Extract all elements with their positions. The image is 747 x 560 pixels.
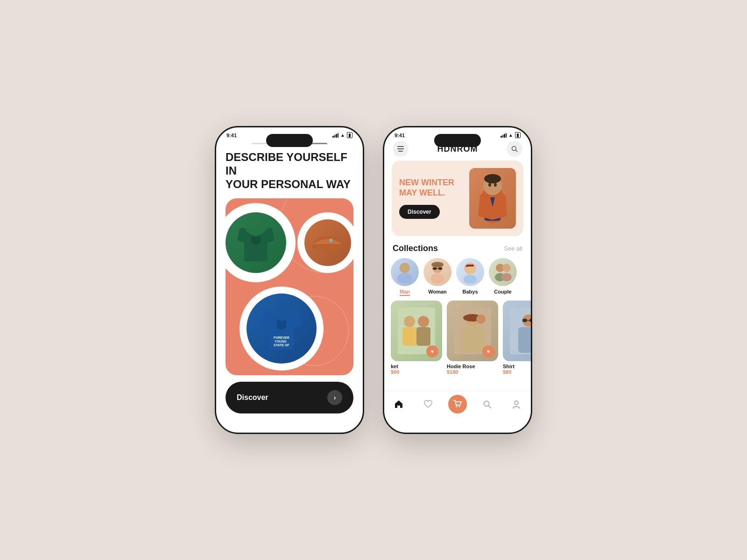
product-image-2: ♥ bbox=[447, 301, 498, 361]
discover-button-1[interactable]: Discover › bbox=[226, 382, 353, 413]
product-price-2: $180 bbox=[447, 369, 498, 375]
svg-point-1 bbox=[329, 238, 333, 242]
svg-point-28 bbox=[501, 273, 512, 281]
collections-title: Collections bbox=[393, 244, 438, 253]
product-price-3: $80 bbox=[503, 369, 531, 375]
collection-babys[interactable]: Babys bbox=[456, 258, 484, 296]
svg-text:FOREVER: FOREVER bbox=[274, 336, 289, 339]
svg-rect-19 bbox=[438, 267, 442, 270]
collection-man[interactable]: Man bbox=[391, 258, 419, 296]
banner-text: NEW WINTER MAY WELL. Discover bbox=[399, 178, 469, 218]
battery-icon-2: ▮ bbox=[515, 132, 521, 138]
menu-line-2 bbox=[397, 148, 404, 149]
product-price-1: $00 bbox=[391, 369, 442, 375]
svg-point-14 bbox=[397, 273, 412, 283]
items-collage: FOREVER YOUNG STATE OF bbox=[226, 198, 353, 375]
heart-badge-2[interactable]: ♥ bbox=[482, 345, 494, 357]
dynamic-island-2 bbox=[434, 134, 481, 147]
product-card-3[interactable]: Shirt $80 bbox=[503, 301, 531, 391]
header-search-button[interactable] bbox=[507, 141, 522, 157]
product3-svg bbox=[510, 308, 531, 354]
cap-bubble bbox=[297, 212, 353, 273]
cart-icon bbox=[453, 399, 462, 409]
nav-favorites[interactable] bbox=[419, 395, 437, 413]
phone-1: 9:41 ▲ ▮ DESCRIBE YOUR bbox=[215, 126, 364, 434]
svg-point-17 bbox=[431, 262, 444, 267]
product-card-2[interactable]: ♥ Hodie Rose $180 bbox=[447, 301, 498, 391]
nav-home[interactable] bbox=[389, 395, 408, 413]
wifi-icon: ▲ bbox=[340, 133, 345, 138]
nav-profile[interactable] bbox=[507, 395, 526, 413]
time-2: 9:41 bbox=[395, 133, 405, 138]
svg-point-13 bbox=[400, 263, 410, 273]
couple-avatar-svg bbox=[493, 261, 513, 283]
status-icons-2: ▲ ▮ bbox=[500, 132, 521, 138]
svg-point-21 bbox=[464, 262, 476, 274]
cap-inner bbox=[304, 219, 351, 266]
svg-point-11 bbox=[488, 183, 491, 187]
svg-line-48 bbox=[488, 406, 491, 408]
discover-arrow-icon: › bbox=[327, 390, 342, 405]
search-svg bbox=[511, 146, 518, 152]
heart-badge-1[interactable]: ♥ bbox=[426, 345, 438, 357]
svg-rect-41 bbox=[522, 319, 527, 322]
product-name-1: ket bbox=[391, 364, 442, 369]
dynamic-island-1 bbox=[266, 134, 313, 147]
product-name-2: Hodie Rose bbox=[447, 364, 498, 369]
collection-man-avatar bbox=[391, 258, 419, 286]
svg-text:YOUNG: YOUNG bbox=[275, 340, 287, 343]
menu-line-3 bbox=[398, 151, 403, 152]
signal-icon-2 bbox=[500, 133, 507, 138]
baby-avatar-svg bbox=[460, 261, 480, 283]
banner-image bbox=[469, 168, 516, 229]
svg-point-24 bbox=[464, 275, 477, 283]
svg-rect-37 bbox=[461, 326, 484, 352]
see-all-button[interactable]: See all bbox=[504, 245, 522, 252]
cap-svg bbox=[311, 230, 344, 256]
phone1-content: DESCRIBE YOURSELF IN YOUR PERSONAL WAY bbox=[216, 138, 363, 420]
svg-point-10 bbox=[484, 174, 501, 183]
svg-line-6 bbox=[516, 150, 518, 152]
banner-discover-button[interactable]: Discover bbox=[399, 205, 440, 219]
promo-banner: NEW WINTER MAY WELL. Discover bbox=[392, 161, 523, 236]
svg-point-46 bbox=[458, 406, 460, 407]
signal-icon bbox=[332, 133, 338, 138]
product-card-1[interactable]: ♥ ket $00 bbox=[391, 301, 442, 391]
svg-point-27 bbox=[502, 264, 511, 272]
svg-point-31 bbox=[418, 316, 429, 327]
phone2-content: HDNROM NEW WINTER MAY WELL. Discover bbox=[384, 138, 531, 420]
svg-point-45 bbox=[456, 406, 457, 407]
phone1-headline: DESCRIBE YOURSELF IN YOUR PERSONAL WAY bbox=[226, 151, 353, 191]
svg-point-16 bbox=[431, 273, 444, 283]
svg-point-49 bbox=[514, 401, 518, 405]
collection-couple[interactable]: Couple bbox=[489, 258, 517, 296]
collection-couple-avatar bbox=[489, 258, 517, 286]
nav-cart[interactable] bbox=[448, 395, 467, 413]
collection-man-label: Man bbox=[400, 289, 410, 296]
profile-icon bbox=[512, 399, 521, 409]
bottom-nav bbox=[384, 391, 531, 420]
collections-header: Collections See all bbox=[384, 242, 531, 258]
svg-point-47 bbox=[484, 401, 489, 406]
blue-hoodie-svg: FOREVER YOUNG STATE OF bbox=[261, 305, 303, 352]
svg-point-12 bbox=[494, 183, 497, 187]
hoodie-svg bbox=[237, 222, 275, 264]
phones-container: 9:41 ▲ ▮ DESCRIBE YOUR bbox=[215, 126, 532, 434]
svg-rect-33 bbox=[416, 327, 430, 346]
menu-button[interactable] bbox=[393, 141, 409, 157]
battery-icon: ▮ bbox=[347, 132, 352, 138]
collection-woman[interactable]: Woman bbox=[423, 258, 451, 296]
green-hoodie-inner bbox=[226, 212, 286, 273]
products-row: ♥ ket $00 bbox=[384, 301, 531, 391]
collection-babys-label: Babys bbox=[462, 289, 478, 294]
collection-couple-label: Couple bbox=[494, 289, 511, 294]
time-1: 9:41 bbox=[226, 133, 237, 138]
banner-title: NEW WINTER MAY WELL. bbox=[399, 178, 469, 198]
nav-search[interactable] bbox=[478, 395, 496, 413]
status-icons-1: ▲ ▮ bbox=[332, 132, 352, 138]
collection-babys-avatar bbox=[456, 258, 484, 286]
svg-rect-44 bbox=[518, 327, 531, 353]
blue-hoodie-inner: FOREVER YOUNG STATE OF bbox=[247, 294, 317, 364]
svg-rect-23 bbox=[466, 265, 474, 266]
svg-rect-32 bbox=[402, 327, 416, 346]
